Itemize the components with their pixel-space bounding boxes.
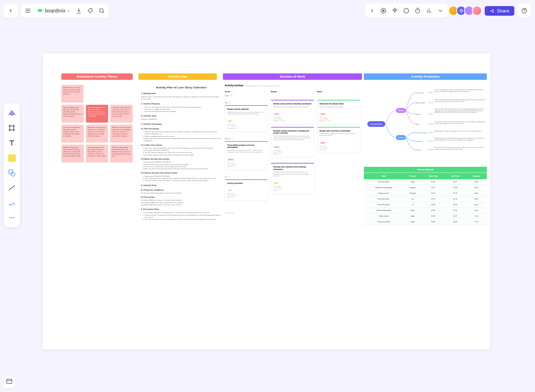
svg-rect-5 <box>9 170 13 174</box>
add-group[interactable]: + Add group <box>225 212 268 214</box>
kanban-col-doing: Doing2 Identify prizes and the rewarding… <box>271 91 314 214</box>
svg-point-9 <box>13 217 14 218</box>
sticky-note[interactable]: Valentine's Day bundles: Promote Valenti… <box>110 145 133 163</box>
add-card[interactable]: + <box>225 134 268 136</box>
brainstorm-grid: Valentine's Day is coming, please start … <box>61 85 133 163</box>
svg-point-2 <box>404 8 409 13</box>
svg-point-8 <box>11 217 12 218</box>
svg-text:Channel: Channel <box>398 110 404 112</box>
svg-point-0 <box>100 9 103 12</box>
connector-tool[interactable] <box>5 181 19 195</box>
svg-text:Promotion plan: Promotion plan <box>370 123 382 125</box>
sticky-note[interactable]: Restaurant scout: Work with restaurants … <box>110 125 133 143</box>
avatar[interactable] <box>472 6 482 16</box>
kanban-title: Activity Kanban <box>225 84 244 87</box>
tool-dock <box>4 103 20 227</box>
pencil-tool[interactable] <box>5 196 19 210</box>
search-button[interactable] <box>96 5 107 16</box>
share-button[interactable]: Share <box>485 6 514 16</box>
table-title: Activity Material <box>364 167 487 173</box>
activity-plan-document[interactable]: Activity Plan of Love Story Collection 1… <box>141 86 221 221</box>
table-row[interactable]: Announce awardsSugar02.2803.02To do <box>364 219 487 225</box>
add-card[interactable]: + <box>225 203 268 205</box>
kanban-col-done: Done3+ Determine the activity theme Deci… <box>317 91 360 214</box>
top-toolbar: boardmix ▾ O Share <box>4 4 531 18</box>
select-tool[interactable] <box>5 106 19 120</box>
more-button[interactable] <box>435 5 446 16</box>
kanban-card[interactable]: Develop activity procedures, including t… <box>271 127 314 158</box>
promotion-mindmap[interactable]: Promotion plan Channel Content Social me… <box>364 86 487 159</box>
minimap-button[interactable] <box>4 376 15 388</box>
section-header-promotion: Activity Promotion <box>364 73 487 80</box>
add-card[interactable]: + <box>225 98 268 100</box>
svg-text:Interaction: Interaction <box>416 140 422 142</box>
table-row[interactable]: Purchase prizesred01.1001.10Done <box>364 196 487 202</box>
sticky-note[interactable]: Wish wall: Launch the wish wall for user… <box>86 125 108 143</box>
kanban-subtitle: Grouping condition: To-do, Grouping cond… <box>245 85 279 87</box>
sticky-tool[interactable] <box>5 151 19 165</box>
present-button[interactable] <box>378 5 389 16</box>
table-row[interactable]: Plan the activitySugar01.0301.27Done <box>364 179 487 185</box>
activity-material-table[interactable]: Activity Material Task Person Start Time… <box>364 167 487 225</box>
doc-name-text: boardmix <box>45 8 66 14</box>
text-tool[interactable] <box>5 136 19 150</box>
plan-title: Activity Plan of Love Story Collection <box>141 86 221 90</box>
kanban-card[interactable]: Develop story selection and screening me… <box>271 163 314 194</box>
svg-text:Sharing: Sharing <box>416 149 421 151</box>
kanban-card[interactable]: Identify prizes and the rewarding mechan… <box>271 100 314 125</box>
svg-text:Offline: Offline <box>416 123 420 125</box>
chevron-down-icon: ▾ <box>68 9 70 13</box>
download-button[interactable] <box>73 5 85 16</box>
sticky-note[interactable]: Live streaming: Host live streaming on V… <box>86 145 108 163</box>
expand-button[interactable] <box>366 5 378 16</box>
table-row[interactable]: Write PR articlesxx02.0902.13Done <box>364 202 487 208</box>
table-row[interactable]: Design postersDesigner01.1001.10Done <box>364 191 487 196</box>
vote-button[interactable] <box>423 5 435 16</box>
cloud-icon <box>37 7 43 14</box>
add-card[interactable]: + <box>271 196 314 198</box>
svg-text:Official website: Official website <box>416 102 426 104</box>
kanban-card[interactable]: Track activity progress and user partici… <box>225 141 268 170</box>
sticky-note[interactable]: Love story collection: Let users share t… <box>86 105 108 123</box>
kanban-card[interactable]: Determine the activity theme Decide the … <box>317 100 360 125</box>
frame-tool[interactable] <box>5 121 19 135</box>
collaborator-avatars[interactable]: O <box>450 6 482 16</box>
add-card[interactable]: + <box>225 172 268 174</box>
menu-button[interactable] <box>22 5 34 16</box>
document-name[interactable]: boardmix ▾ <box>34 7 73 14</box>
activity-kanban[interactable]: Activity Kanban Grouping condition: To-d… <box>225 81 360 214</box>
svg-text:Creation guidance: Creation guidance <box>416 132 427 134</box>
sticky-note[interactable]: Confession wall: Launch the confession w… <box>110 105 133 123</box>
timer-button[interactable] <box>412 5 423 16</box>
kanban-card[interactable]: Activity promotion Low To-do: To-doTime:… <box>225 179 268 201</box>
spark-button[interactable] <box>389 5 401 16</box>
share-label: Share <box>497 8 509 14</box>
sticky-note[interactable]: Valentine's Day games: Launch interactiv… <box>61 145 84 163</box>
section-header-plan: Activity Plan <box>138 73 217 80</box>
svg-text:Content: Content <box>398 137 404 139</box>
tag-button[interactable] <box>85 5 96 16</box>
kanban-card[interactable]: Prepare activity materials Prepare relev… <box>225 105 268 132</box>
table-row[interactable]: Design the landing pageDesigner01.0401.0… <box>364 185 487 191</box>
sticky-note[interactable]: Cash draw: On Valentine's Day, hold cash… <box>61 125 84 143</box>
shape-tool[interactable] <box>5 166 19 180</box>
table-row[interactable]: Social media postingSugar01.3002.13Done <box>364 208 487 213</box>
sticky-note[interactable]: Valentine's Day is coming, please start … <box>61 85 83 103</box>
kanban-col-todo: To-do5 Urgent0 + High2 Prepare activity … <box>225 91 268 214</box>
svg-rect-10 <box>7 379 12 383</box>
share-icon <box>490 8 495 13</box>
more-tools[interactable] <box>5 211 19 225</box>
section-header-brainstorm: Brainstorm Activity Theme <box>61 73 133 80</box>
board-canvas[interactable]: Brainstorm Activity Theme Activity Plan … <box>43 53 490 349</box>
svg-text:Social media: Social media <box>416 92 424 94</box>
table-row[interactable]: Collect storiesSugar02.2502.27To do <box>364 213 487 219</box>
comment-button[interactable] <box>401 5 412 16</box>
help-button[interactable] <box>519 5 530 16</box>
sticky-note[interactable]: Special Valentine's Day discounts: On Fe… <box>61 105 84 123</box>
section-header-division: Division of Work <box>223 73 362 80</box>
kanban-card[interactable]: Design rules and ways to participate Est… <box>317 127 360 154</box>
back-button[interactable] <box>5 5 16 16</box>
svg-point-7 <box>9 217 10 218</box>
add-card[interactable]: + <box>317 155 360 157</box>
svg-text:Partners: Partners <box>416 113 421 115</box>
